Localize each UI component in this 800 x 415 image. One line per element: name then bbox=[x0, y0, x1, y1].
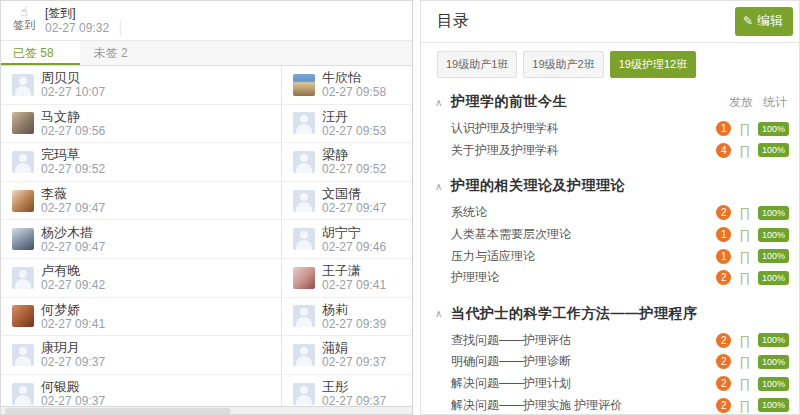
section-header: ∧ 护理学的前世今生 发放统计 bbox=[435, 90, 791, 114]
toc-section: ∧ 当代护士的科学工作方法——护理程序 查找问题——护理评估 2 ∏ 100% … bbox=[435, 302, 791, 415]
publish-count-badge[interactable]: 2 bbox=[716, 205, 731, 220]
horizontal-scrollbar[interactable] bbox=[1, 406, 412, 414]
toc-item-title[interactable]: 关于护理及护理学科 bbox=[451, 142, 716, 159]
student-name: 卢有晚 bbox=[41, 263, 105, 278]
chevron-up-icon[interactable]: ∧ bbox=[435, 308, 451, 319]
signin-timestamp: 02-27 09:41 bbox=[41, 317, 105, 331]
percent-badge[interactable]: 100% bbox=[758, 333, 789, 347]
student-name: 马文静 bbox=[41, 109, 105, 124]
chevron-up-icon[interactable]: ∧ bbox=[435, 97, 451, 108]
tab-class-1[interactable]: 19级助产1班 bbox=[437, 51, 517, 78]
publish-count-badge[interactable]: 1 bbox=[716, 249, 731, 264]
student-cell[interactable]: 马文静02-27 09:56 bbox=[1, 105, 282, 143]
toc-item-title[interactable]: 解决问题——护理实施 护理评价 bbox=[451, 397, 716, 414]
signin-time-value: 02-27 09:32 bbox=[45, 21, 109, 35]
signin-title: [签到] bbox=[45, 6, 125, 21]
signin-timestamp: 02-27 09:56 bbox=[41, 124, 105, 138]
student-cell[interactable]: 胡宁宁02-27 09:46 bbox=[282, 220, 412, 258]
tab-class-3[interactable]: 19级护理12班 bbox=[610, 51, 696, 78]
toc-item-title[interactable]: 解决问题——护理计划 bbox=[451, 375, 716, 392]
toc-item-title[interactable]: 压力与适应理论 bbox=[451, 248, 716, 265]
percent-badge[interactable]: 100% bbox=[758, 355, 789, 369]
bar-chart-icon[interactable]: ∏ bbox=[739, 144, 750, 157]
publish-count-badge[interactable]: 2 bbox=[716, 398, 731, 413]
publish-count-badge[interactable]: 2 bbox=[716, 333, 731, 348]
signin-icon-block: ☝ 签到 bbox=[9, 5, 39, 40]
student-cell[interactable]: 何梦娇02-27 09:41 bbox=[1, 298, 282, 336]
toc-header: 目录 ✎编辑 bbox=[421, 1, 799, 43]
student-cell[interactable]: 康玥月02-27 09:37 bbox=[1, 336, 282, 374]
student-cell[interactable]: 李薇02-27 09:47 bbox=[1, 182, 282, 220]
toc-item-title[interactable]: 明确问题——护理诊断 bbox=[451, 353, 716, 370]
student-cell[interactable]: 王子潇02-27 09:41 bbox=[282, 259, 412, 297]
percent-badge[interactable]: 100% bbox=[758, 249, 789, 263]
signin-timestamp: 02-27 09:58 bbox=[322, 85, 386, 99]
percent-badge[interactable]: 100% bbox=[758, 398, 789, 412]
percent-badge[interactable]: 100% bbox=[758, 377, 789, 391]
publish-count-badge[interactable]: 2 bbox=[716, 270, 731, 285]
student-cell[interactable]: 杨沙木措02-27 09:47 bbox=[1, 220, 282, 258]
toc-item-title[interactable]: 系统论 bbox=[451, 204, 716, 221]
bar-chart-icon[interactable]: ∏ bbox=[739, 399, 750, 412]
signin-timestamp: 02-27 09:47 bbox=[322, 201, 386, 215]
publish-count-badge[interactable]: 1 bbox=[716, 227, 731, 242]
bar-chart-icon[interactable]: ∏ bbox=[739, 206, 750, 219]
student-cell[interactable]: 周贝贝02-27 10:07 bbox=[1, 66, 282, 104]
bar-chart-icon[interactable]: ∏ bbox=[739, 377, 750, 390]
student-cell[interactable]: 牛欣怡02-27 09:58 bbox=[282, 66, 412, 104]
student-cell[interactable]: 卢有晚02-27 09:42 bbox=[1, 259, 282, 297]
chevron-up-icon[interactable]: ∧ bbox=[435, 181, 451, 192]
bar-chart-icon[interactable]: ∏ bbox=[739, 250, 750, 263]
toc-section: ∧ 护理的相关理论及护理理论 系统论 2 ∏ 100% 人类基本需要层次理论 1… bbox=[435, 174, 791, 288]
student-cell[interactable]: 完玛草02-27 09:52 bbox=[1, 143, 282, 181]
tab-unsigned[interactable]: 未签 2 bbox=[80, 41, 142, 65]
avatar bbox=[293, 383, 315, 405]
bar-chart-icon[interactable]: ∏ bbox=[739, 271, 750, 284]
toc-item-title[interactable]: 护理理论 bbox=[451, 269, 716, 286]
signin-timestamp: 02-27 09:47 bbox=[41, 240, 105, 254]
tab-signed[interactable]: 已签 58 bbox=[1, 41, 80, 65]
table-row: 卢有晚02-27 09:42 王子潇02-27 09:41 bbox=[1, 259, 412, 298]
percent-badge[interactable]: 100% bbox=[758, 143, 789, 157]
column-publish: 发放 bbox=[729, 94, 753, 111]
signin-timestamp: 02-27 09:37 bbox=[41, 355, 105, 369]
percent-badge[interactable]: 100% bbox=[758, 122, 789, 136]
table-row: 周贝贝02-27 10:07 牛欣怡02-27 09:58 bbox=[1, 66, 412, 105]
bar-chart-icon[interactable]: ∏ bbox=[739, 228, 750, 241]
signin-timestamp: 02-27 09:41 bbox=[322, 278, 386, 292]
toc-section: ∧ 护理学的前世今生 发放统计 认识护理及护理学科 1 ∏ 100% 关于护理及… bbox=[435, 90, 791, 161]
tab-class-2[interactable]: 19级助产2班 bbox=[523, 51, 603, 78]
toc-item-title[interactable]: 人类基本需要层次理论 bbox=[451, 226, 716, 243]
signin-timestamp: 02-27 09:39 bbox=[322, 317, 386, 331]
publish-count-badge[interactable]: 2 bbox=[716, 354, 731, 369]
toc-item-title[interactable]: 认识护理及护理学科 bbox=[451, 120, 716, 137]
publish-count-badge[interactable]: 2 bbox=[716, 376, 731, 391]
student-cell[interactable]: 文国倩02-27 09:47 bbox=[282, 182, 412, 220]
student-name: 李薇 bbox=[41, 186, 105, 201]
avatar bbox=[12, 344, 34, 366]
edit-button[interactable]: ✎编辑 bbox=[735, 7, 793, 36]
percent-badge[interactable]: 100% bbox=[758, 271, 789, 285]
publish-count-badge[interactable]: 4 bbox=[716, 143, 731, 158]
student-name: 周贝贝 bbox=[41, 70, 105, 85]
student-cell[interactable]: 蒲娟02-27 09:37 bbox=[282, 336, 412, 374]
toc-item: 查找问题——护理评估 2 ∏ 100% bbox=[435, 330, 791, 352]
avatar bbox=[12, 228, 34, 250]
scrollbar-thumb[interactable] bbox=[5, 408, 231, 414]
table-row: 杨沙木措02-27 09:47 胡宁宁02-27 09:46 bbox=[1, 220, 412, 259]
bar-chart-icon[interactable]: ∏ bbox=[739, 122, 750, 135]
avatar bbox=[12, 267, 34, 289]
toc-item-title[interactable]: 查找问题——护理评估 bbox=[451, 332, 716, 349]
student-cell[interactable]: 杨莉02-27 09:39 bbox=[282, 298, 412, 336]
percent-badge[interactable]: 100% bbox=[758, 206, 789, 220]
page-title: 目录 bbox=[437, 11, 469, 32]
student-cell[interactable]: 梁静02-27 09:52 bbox=[282, 143, 412, 181]
bar-chart-icon[interactable]: ∏ bbox=[739, 355, 750, 368]
toc-item: 关于护理及护理学科 4 ∏ 100% bbox=[435, 140, 791, 162]
signin-icon-label: 签到 bbox=[9, 19, 39, 32]
publish-count-badge[interactable]: 1 bbox=[716, 121, 731, 136]
toc-item: 解决问题——护理实施 护理评价 2 ∏ 100% bbox=[435, 394, 791, 415]
bar-chart-icon[interactable]: ∏ bbox=[739, 334, 750, 347]
percent-badge[interactable]: 100% bbox=[758, 228, 789, 242]
student-cell[interactable]: 汪丹02-27 09:53 bbox=[282, 105, 412, 143]
